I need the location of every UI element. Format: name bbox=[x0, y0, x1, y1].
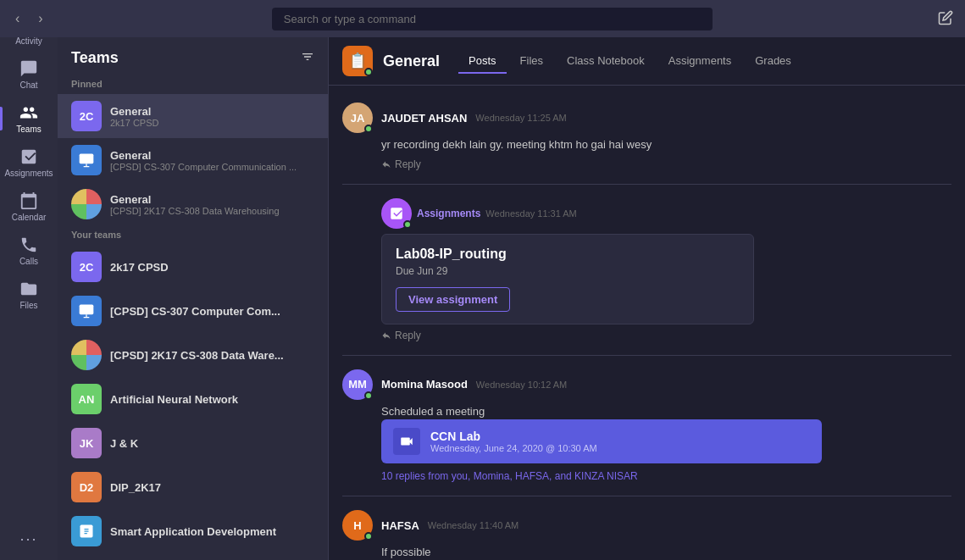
sidebar-label-activity: Activity bbox=[15, 36, 42, 46]
team-name: [CPSD] CS-307 Computer Com... bbox=[110, 305, 286, 318]
message-time: Wednesday 10:12 AM bbox=[476, 380, 567, 390]
reply-label: Reply bbox=[395, 330, 421, 341]
more-dots-icon: ... bbox=[19, 527, 37, 545]
sidebar-item-more[interactable]: ... bbox=[0, 520, 58, 552]
assignment-label: Assignments bbox=[417, 208, 480, 219]
team-name: DIP_2K17 bbox=[110, 481, 286, 494]
online-indicator bbox=[403, 220, 412, 229]
team-info: DIP_2K17 bbox=[110, 481, 286, 494]
topbar: ‹ › bbox=[0, 0, 965, 37]
message-body: yr recording dekh lain gy. meeting khtm … bbox=[381, 136, 951, 153]
avatar: H bbox=[342, 510, 373, 541]
avatar bbox=[381, 198, 412, 229]
meeting-title: CCN Lab bbox=[430, 430, 597, 443]
sidebar-item-files[interactable]: Files bbox=[0, 273, 58, 317]
team-name: General bbox=[110, 105, 314, 118]
avatar bbox=[71, 516, 102, 546]
tab-grades[interactable]: Grades bbox=[745, 49, 801, 74]
teams-panel-title: Teams bbox=[71, 49, 119, 67]
back-button[interactable]: ‹ bbox=[8, 8, 26, 30]
sidebar-item-teams[interactable]: Teams bbox=[0, 97, 58, 141]
avatar bbox=[71, 145, 102, 175]
list-item[interactable]: AN Artificial Neural Network ••• bbox=[58, 377, 328, 421]
channel-avatar: 📋 bbox=[342, 46, 373, 76]
your-teams-section-label: Your teams bbox=[58, 226, 328, 245]
channel-header: 📋 General Posts Files Class Notebook Ass… bbox=[329, 37, 965, 86]
meeting-card[interactable]: CCN Lab Wednesday, June 24, 2020 @ 10:30… bbox=[381, 419, 822, 463]
online-indicator bbox=[364, 391, 373, 400]
team-sub: [CPSD] CS-307 Computer Communication ... bbox=[110, 162, 314, 172]
message-group: H HAFSA Wednesday 11:40 AM If possible R… bbox=[329, 502, 965, 560]
list-item[interactable]: 2C 2k17 CPSD ••• bbox=[58, 245, 328, 289]
avatar: 2C bbox=[71, 252, 102, 282]
team-sub: [CPSD] 2K17 CS-308 Data Warehousing bbox=[110, 206, 314, 216]
list-item[interactable]: D2 DIP_2K17 ••• bbox=[58, 465, 328, 509]
message-author: JAUDET AHSAN bbox=[381, 112, 467, 125]
avatar: D2 bbox=[71, 472, 102, 502]
message-header: JA JAUDET AHSAN Wednesday 11:25 AM bbox=[342, 103, 951, 133]
list-item[interactable]: 2C General 2k17 CPSD bbox=[58, 94, 328, 138]
teams-panel-header: Teams bbox=[58, 37, 328, 75]
messages-container: JA JAUDET AHSAN Wednesday 11:25 AM yr re… bbox=[329, 86, 965, 560]
meeting-time: Wednesday, June 24, 2020 @ 10:30 AM bbox=[430, 443, 597, 453]
tab-files[interactable]: Files bbox=[510, 49, 553, 74]
team-info: [CPSD] 2K17 CS-308 Data Ware... bbox=[110, 349, 286, 362]
topbar-right bbox=[934, 7, 957, 31]
assignment-card: Lab08-IP_routing Due Jun 29 View assignm… bbox=[381, 234, 754, 324]
search-input[interactable] bbox=[272, 8, 713, 30]
sidebar-item-assignments[interactable]: Assignments bbox=[0, 141, 58, 185]
list-item[interactable]: JK J & K ••• bbox=[58, 421, 328, 465]
sidebar-label-files: Files bbox=[19, 301, 37, 310]
list-item[interactable]: [CPSD] CS-307 Computer Com... ••• bbox=[58, 289, 328, 333]
message-author: HAFSA bbox=[381, 519, 419, 532]
avatar-initials: JA bbox=[351, 112, 365, 125]
team-name: General bbox=[110, 149, 314, 162]
list-item[interactable]: General [CPSD] CS-307 Computer Communica… bbox=[58, 138, 328, 182]
message-separator bbox=[342, 184, 951, 185]
list-item[interactable]: General [CPSD] 2K17 CS-308 Data Warehous… bbox=[58, 182, 328, 226]
sidebar-item-calls[interactable]: Calls bbox=[0, 229, 58, 273]
avatar: AN bbox=[71, 384, 102, 414]
tab-assignments[interactable]: Assignments bbox=[658, 49, 741, 74]
channel-tabs: Posts Files Class Notebook Assignments G… bbox=[458, 49, 801, 74]
message-group: JA JAUDET AHSAN Wednesday 11:25 AM yr re… bbox=[329, 94, 965, 179]
message-group: Assignments Wednesday 11:31 AM Lab08-IP_… bbox=[329, 190, 965, 350]
reply-link[interactable]: Reply bbox=[381, 330, 951, 341]
sidebar-label-chat: Chat bbox=[19, 80, 37, 90]
assignment-title: Lab08-IP_routing bbox=[396, 247, 740, 262]
message-body: If possible bbox=[381, 544, 951, 560]
replies-summary[interactable]: 10 replies from you, Momina, HAFSA, and … bbox=[381, 470, 951, 482]
sidebar-label-teams: Teams bbox=[16, 125, 41, 134]
team-info: 2k17 CPSD bbox=[110, 261, 286, 274]
tab-class-notebook[interactable]: Class Notebook bbox=[557, 49, 655, 74]
avatar: 2C bbox=[71, 101, 102, 131]
topbar-nav: ‹ › bbox=[8, 8, 50, 30]
message-separator bbox=[342, 355, 951, 356]
avatar bbox=[71, 296, 102, 326]
team-name: General bbox=[110, 193, 314, 206]
sidebar-item-chat[interactable]: Chat bbox=[0, 53, 58, 97]
assignment-time: Wednesday 11:31 AM bbox=[485, 208, 576, 219]
channel-name: General bbox=[383, 53, 440, 70]
assignment-due: Due Jun 29 bbox=[396, 265, 740, 277]
filter-button[interactable] bbox=[301, 50, 314, 67]
sidebar-label-calls: Calls bbox=[19, 257, 38, 266]
team-info: Smart Application Development bbox=[110, 525, 286, 538]
forward-button[interactable]: › bbox=[31, 8, 49, 30]
list-item[interactable]: Smart Application Development ••• bbox=[58, 509, 328, 553]
meeting-info: CCN Lab Wednesday, June 24, 2020 @ 10:30… bbox=[430, 430, 597, 453]
list-item[interactable]: [CPSD] 2K17 CS-308 Data Ware... ••• bbox=[58, 333, 328, 377]
online-indicator bbox=[364, 125, 373, 133]
avatar: JK bbox=[71, 428, 102, 458]
avatar: MM bbox=[342, 369, 373, 400]
online-indicator bbox=[364, 532, 373, 541]
search-bar[interactable] bbox=[272, 8, 713, 30]
message-header: H HAFSA Wednesday 11:40 AM bbox=[342, 510, 951, 541]
team-info: General [CPSD] CS-307 Computer Communica… bbox=[110, 149, 314, 172]
view-assignment-button[interactable]: View assignment bbox=[396, 287, 510, 312]
sidebar-item-calendar[interactable]: Calendar bbox=[0, 185, 58, 229]
tab-posts[interactable]: Posts bbox=[458, 49, 507, 74]
compose-button[interactable] bbox=[934, 7, 957, 31]
reply-link[interactable]: Reply bbox=[381, 158, 951, 170]
avatar: JA bbox=[342, 103, 373, 133]
